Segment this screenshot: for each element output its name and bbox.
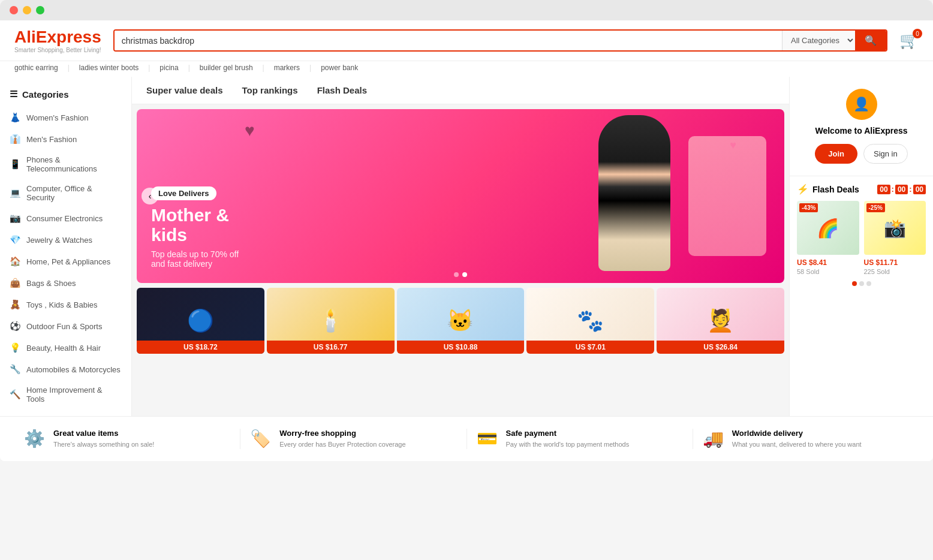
close-button[interactable] [10,6,18,14]
sep4: | [263,64,264,72]
flash-deals-panel: ⚡ Flash Deals 00 : 00 : 00 🌈 [790,176,933,416]
search-input[interactable] [115,31,782,50]
suggestion-builder-gel-brush[interactable]: builder gel brush [200,64,253,72]
phones-icon: 📱 [10,159,20,170]
sidebar-item-electronics[interactable]: 📷 Consumer Electronics [0,207,131,229]
tab-top-rankings[interactable]: Top rankings [242,85,298,95]
bags-icon: 👜 [10,278,20,288]
maximize-button[interactable] [36,6,44,14]
feature-worry-free-text: Worry-free shopping Every order has Buye… [279,429,405,449]
content-area: Super value deals Top rankings Flash Dea… [132,77,789,416]
suggestion-markers[interactable]: markers [274,64,300,72]
banner-girl-figure [580,115,688,283]
flash-price-2: US $11.71 [864,258,926,267]
sidebar-item-jewelry[interactable]: 💎 Jewelry & Watches [0,229,131,251]
product-card-3[interactable]: 🐱 US $10.88 [397,288,525,354]
logo[interactable]: AliExpress Smarter Shopping, Better Livi… [14,28,101,53]
product-price-3: US $10.88 [397,341,525,354]
tab-super-value[interactable]: Super value deals [146,85,223,95]
automobiles-icon: 🔧 [10,364,20,375]
sidebar-item-outdoor[interactable]: ⚽ Outdoor Fun & Sports [0,315,131,337]
suggestion-ladies-winter-boots[interactable]: ladies winter boots [79,64,139,72]
product-card-5[interactable]: 💆 US $26.84 [657,288,784,354]
feature-worldwide-title: Worldwide delivery [732,429,862,438]
sidebar-label-mens-fashion: Men's Fashion [26,135,77,144]
sidebar-label-automobiles: Automobiles & Motorcycles [26,365,121,374]
feature-great-value: ⚙️ Great value items There's always some… [14,429,240,449]
sidebar-item-beauty[interactable]: 💡 Beauty, Health & Hair [0,337,131,359]
suggestion-power-bank[interactable]: power bank [321,64,358,72]
sidebar-item-womens-fashion[interactable]: 👗 Women's Fashion [0,107,131,128]
window-chrome [0,0,933,20]
page-wrapper: AliExpress Smarter Shopping, Better Livi… [0,20,933,461]
electronics-icon: 📷 [10,213,20,224]
feature-great-value-text: Great value items There's always somethi… [53,429,154,449]
product-card-4[interactable]: 🐾 US $7.01 [526,288,654,354]
flash-img-2: 📸 -25% [864,201,926,255]
sidebar-item-mens-fashion[interactable]: 👔 Men's Fashion [0,128,131,150]
product-price-4: US $7.01 [526,341,654,354]
flash-dot-3[interactable] [866,281,871,286]
flash-img-1: 🌈 -43% [797,201,859,255]
sidebar-item-computer[interactable]: 💻 Computer, Office & Security [0,179,131,207]
sidebar-item-home-improvement[interactable]: 🔨 Home Improvement & Tools [0,380,131,409]
flash-icon: ⚡ [797,183,809,195]
auth-buttons: Join Sign in [802,144,921,164]
timer-sep2: : [909,185,911,194]
tab-flash-deals[interactable]: Flash Deals [317,85,367,95]
flash-dot-1[interactable] [852,281,857,286]
suggestion-bar: gothic earring | ladies winter boots | p… [0,61,933,77]
logo-text: AliExpress [14,28,101,47]
sidebar-label-bags: Bags & Shoes [26,279,76,288]
suggestion-picina[interactable]: picina [159,64,178,72]
banner-main[interactable]: ‹ ♥ ♥ Love Delivers Mother &kids Top de [137,109,784,283]
join-button[interactable]: Join [815,144,857,164]
avatar-icon: 👤 [853,97,869,112]
banner-title: Mother &kids [151,205,239,245]
outdoor-icon: ⚽ [10,321,20,332]
banner-dot-1[interactable] [454,272,459,277]
product-strip: 🔵 US $18.72 🕯️ US $16.77 🐱 US $10.88 [132,288,789,359]
home-pet-icon: 🏠 [10,256,20,267]
search-button[interactable]: 🔍 [855,31,886,50]
sidebar-item-bags[interactable]: 👜 Bags & Shoes [0,272,131,294]
great-value-icon: ⚙️ [24,429,45,448]
welcome-title: Welcome to AliExpress [802,126,921,136]
sidebar: ☰ Categories 👗 Women's Fashion 👔 Men's F… [0,77,132,416]
logo-tagline: Smarter Shopping, Better Living! [14,47,101,53]
mens-fashion-icon: 👔 [10,134,20,144]
signin-button[interactable]: Sign in [863,144,908,164]
flash-dot-2[interactable] [859,281,864,286]
sidebar-item-toys[interactable]: 🧸 Toys , Kids & Babies [0,294,131,315]
sidebar-label-home-improvement: Home Improvement & Tools [26,386,122,404]
sidebar-label-jewelry: Jewelry & Watches [26,236,92,245]
sep3: | [188,64,190,72]
sidebar-item-automobiles[interactable]: 🔧 Automobiles & Motorcycles [0,359,131,380]
feature-safe-payment-title: Safe payment [506,429,630,438]
flash-sold-1: 58 Sold [797,268,859,275]
flash-card-2[interactable]: 📸 -25% US $11.71 225 Sold [864,201,926,275]
minimize-button[interactable] [23,6,31,14]
suggestion-gothic-earring[interactable]: gothic earring [14,64,58,72]
sep1: | [68,64,70,72]
banner-dot-2[interactable] [462,272,467,277]
flash-card-1[interactable]: 🌈 -43% US $8.41 58 Sold [797,201,859,275]
banner-dots [454,272,467,277]
cart[interactable]: 🛒 0 [899,31,919,50]
search-icon: 🔍 [865,35,877,46]
sidebar-label-home-pet: Home, Pet & Appliances [26,257,110,266]
welcome-box: 👤 Welcome to AliExpress Join Sign in [790,77,933,176]
sidebar-item-phones[interactable]: 📱 Phones & Telecommunications [0,150,131,179]
banner-content: Love Delivers Mother &kids Top deals up … [137,172,253,283]
category-select[interactable]: All Categories [782,31,855,50]
product-card-1[interactable]: 🔵 US $18.72 [137,288,264,354]
timer-seconds: 00 [913,185,926,194]
timer-minutes: 00 [895,185,908,194]
search-bar: All Categories 🔍 [113,29,887,52]
sidebar-label-phones: Phones & Telecommunications [26,155,122,173]
sidebar-item-home-pet[interactable]: 🏠 Home, Pet & Appliances [0,251,131,272]
sidebar-label-toys: Toys , Kids & Babies [26,300,98,309]
product-card-2[interactable]: 🕯️ US $16.77 [267,288,395,354]
avatar: 👤 [846,89,877,120]
flash-products: 🌈 -43% US $8.41 58 Sold 📸 -25% US $11.71… [797,201,926,275]
